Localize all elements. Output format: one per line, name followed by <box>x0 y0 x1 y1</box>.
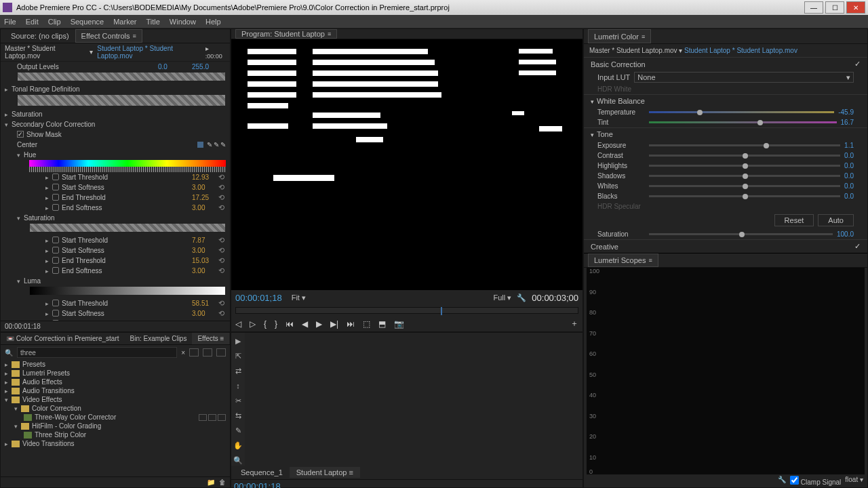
reset-icon[interactable]: ⟲ <box>218 203 224 212</box>
disclosure-icon[interactable] <box>45 300 52 307</box>
lumetri-master-clip[interactable]: Master * Student Laptop.mov <box>589 47 677 54</box>
sequence-tab-1[interactable]: Sequence_1 <box>234 467 290 478</box>
sequence-tab-2[interactable]: Student Laptop ≡ <box>290 467 360 478</box>
32bit-filter-icon[interactable] <box>203 348 212 357</box>
reset-icon[interactable]: ⟲ <box>218 183 224 192</box>
lumetri-sequence-clip[interactable]: Student Laptop * Student Laptop.mov <box>684 47 797 54</box>
check-icon[interactable]: ✓ <box>854 60 861 68</box>
yuv-filter-icon[interactable] <box>216 348 226 357</box>
blacks-slider[interactable] <box>649 195 840 197</box>
tree-item-audio-effects[interactable]: Audio Effects <box>22 378 62 386</box>
keyframe-toggle[interactable] <box>52 174 59 180</box>
menu-edit[interactable]: Edit <box>26 18 39 26</box>
effects-tab[interactable]: Effects ≡ <box>192 333 229 344</box>
disclosure-icon[interactable] <box>14 422 21 430</box>
input-lut-select[interactable]: None▾ <box>634 72 854 83</box>
tree-item-hitfilm[interactable]: HitFilm - Color Grading <box>32 422 101 430</box>
rate-stretch-tool[interactable]: ↕ <box>233 382 243 391</box>
panel-menu-icon[interactable]: ≡ <box>133 33 136 39</box>
tree-item-color-correction[interactable]: Color Correction <box>32 405 81 412</box>
go-to-in-button[interactable]: { <box>264 319 267 329</box>
menu-marker[interactable]: Marker <box>113 18 136 26</box>
ripple-edit-tool[interactable]: ⇄ <box>233 367 243 376</box>
disclosure-icon[interactable] <box>45 267 52 274</box>
output-levels-lo[interactable]: 0.0 <box>158 63 192 70</box>
disclosure-icon[interactable] <box>5 85 12 93</box>
close-button[interactable]: ✕ <box>846 1 865 14</box>
disclosure-icon[interactable] <box>45 237 52 244</box>
pen-tool[interactable]: ✎ <box>233 426 243 436</box>
keyframe-toggle[interactable] <box>52 300 59 306</box>
next-frame-button[interactable]: ⏭ <box>347 319 355 329</box>
disclosure-icon[interactable] <box>45 247 52 254</box>
reset-icon[interactable]: ⟲ <box>218 256 224 265</box>
reset-icon[interactable]: ⟲ <box>218 266 224 275</box>
disclosure-icon[interactable] <box>5 387 12 394</box>
mark-out-button[interactable]: ▷ <box>250 319 256 329</box>
disclosure-icon[interactable] <box>45 320 52 321</box>
eyedropper-sub-icon[interactable]: ✎ <box>220 141 226 148</box>
prev-frame-button[interactable]: ⏮ <box>285 319 294 329</box>
clamp-signal-checkbox[interactable] <box>790 476 799 485</box>
disclosure-icon[interactable] <box>5 378 12 386</box>
source-tab[interactable]: Source: (no clips) <box>5 29 75 43</box>
disclosure-icon[interactable] <box>5 396 12 403</box>
hand-tool[interactable]: ✋ <box>233 441 243 451</box>
check-icon[interactable]: ✓ <box>854 242 861 251</box>
contrast-slider[interactable] <box>649 155 840 157</box>
effects-search-input[interactable] <box>17 347 177 358</box>
bit-depth-select[interactable]: float ▾ <box>845 476 863 486</box>
saturation-range-slider[interactable] <box>29 223 226 232</box>
lumetri-color-tab[interactable]: Lumetri Color≡ <box>588 29 651 43</box>
extract-button[interactable]: ⬒ <box>378 319 386 329</box>
disclosure-icon[interactable] <box>45 174 52 181</box>
export-frame-button[interactable]: 📷 <box>394 319 404 329</box>
zoom-tool[interactable]: 🔍 <box>233 456 243 466</box>
program-scrub-bar[interactable] <box>235 307 578 314</box>
disclosure-icon[interactable] <box>5 121 12 128</box>
shadows-slider[interactable] <box>649 175 840 177</box>
keyframe-toggle[interactable] <box>52 184 59 190</box>
keyframe-toggle[interactable] <box>52 247 59 253</box>
whites-slider[interactable] <box>649 185 840 187</box>
ec-sequence-clip[interactable]: Student Laptop * Student Laptop.mov <box>97 45 201 60</box>
frame-fwd-button[interactable]: ▶| <box>330 319 338 329</box>
track-select-tool[interactable]: ⇱ <box>233 352 243 361</box>
menu-sequence[interactable]: Sequence <box>71 18 104 26</box>
keyframe-toggle[interactable] <box>52 310 59 317</box>
keyframe-toggle[interactable] <box>52 267 59 274</box>
reset-icon[interactable]: ⟲ <box>218 193 224 202</box>
hue-range-slider[interactable] <box>29 167 226 172</box>
tonal-range-slider[interactable] <box>17 94 226 106</box>
reset-icon[interactable]: ⟲ <box>218 246 224 255</box>
highlights-value[interactable]: 0.0 <box>844 162 854 169</box>
eyedropper-icon[interactable]: ✎ <box>207 141 212 148</box>
disclosure-icon[interactable] <box>5 110 12 118</box>
tree-item-video-transitions[interactable]: Video Transitions <box>22 440 75 447</box>
center-color-swatch[interactable] <box>197 141 204 148</box>
temperature-slider[interactable] <box>649 111 834 113</box>
reset-icon[interactable]: ⟲ <box>218 319 224 321</box>
step-back-button[interactable]: } <box>275 319 277 329</box>
keyframe-toggle[interactable] <box>52 194 59 201</box>
tree-item-three-way[interactable]: Three-Way Color Corrector <box>35 413 116 421</box>
play-button[interactable]: ▶ <box>316 319 322 329</box>
disclosure-icon[interactable] <box>17 151 24 159</box>
disclosure-icon[interactable] <box>14 405 21 412</box>
wrench-icon[interactable]: 🔧 <box>517 293 526 302</box>
slip-tool[interactable]: ⇆ <box>233 411 243 421</box>
disclosure-icon[interactable] <box>5 440 12 447</box>
chevron-down-icon[interactable]: ▾ <box>90 48 93 56</box>
menu-window[interactable]: Window <box>170 18 196 26</box>
temperature-value[interactable]: -45.9 <box>838 108 854 116</box>
reset-icon[interactable]: ⟲ <box>218 173 224 182</box>
maximize-button[interactable]: ☐ <box>825 1 844 14</box>
delete-button[interactable]: 🗑 <box>219 479 226 486</box>
lift-button[interactable]: ⬚ <box>363 319 370 329</box>
output-levels-slider[interactable] <box>17 72 226 81</box>
menu-title[interactable]: Title <box>146 18 159 26</box>
shadows-value[interactable]: 0.0 <box>844 172 854 180</box>
program-resolution-select[interactable]: Full ▾ <box>494 293 512 302</box>
tree-item-video-effects[interactable]: Video Effects <box>22 396 62 403</box>
wrench-icon[interactable]: 🔧 <box>778 476 786 486</box>
